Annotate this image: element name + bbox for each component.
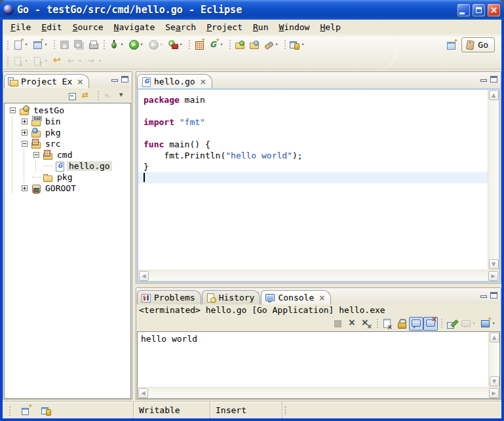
menu-search[interactable]: Search — [160, 21, 201, 33]
code-line[interactable] — [144, 128, 488, 139]
minimize-button[interactable] — [457, 3, 471, 17]
maximize-view-button[interactable] — [490, 292, 497, 299]
code-line[interactable]: import "fmt" — [144, 117, 488, 128]
remove-all-launches-button[interactable] — [359, 317, 374, 331]
open-type-button[interactable] — [233, 37, 247, 51]
debug-button[interactable]: ▾ — [107, 37, 126, 51]
open-perspective-button[interactable] — [444, 38, 459, 52]
tree-item-bin[interactable]: bin — [5, 116, 130, 127]
close-icon[interactable]: × — [200, 78, 206, 86]
pin-console-button[interactable] — [444, 317, 459, 331]
scroll-left-button[interactable]: ◀ — [138, 388, 148, 398]
minimized-view-button[interactable] — [39, 403, 54, 417]
scroll-up-button[interactable]: ▲ — [489, 90, 499, 100]
menu-run[interactable]: Run — [248, 21, 273, 33]
new-package-button[interactable] — [192, 37, 206, 51]
last-edit-location-button[interactable] — [50, 54, 65, 67]
open-resource-button[interactable] — [247, 37, 262, 51]
go-perspective-button[interactable]: Go — [461, 37, 495, 52]
console-output[interactable]: hello world — [138, 332, 488, 387]
maximize-view-button[interactable] — [490, 76, 497, 82]
dropdown-arrow-icon[interactable]: ▾ — [119, 42, 125, 47]
new-wizard-button[interactable]: ▾ — [31, 37, 50, 51]
code-line[interactable] — [138, 172, 488, 183]
external-tools-button[interactable]: ▾ — [166, 37, 185, 51]
code-line[interactable]: fmt.Println("hello world"); — [144, 150, 488, 161]
terminal-view-button[interactable]: ▾ — [288, 37, 307, 51]
show-stderr-button[interactable] — [423, 317, 438, 331]
expander-icon[interactable] — [33, 152, 39, 158]
expander-icon[interactable] — [22, 119, 28, 124]
remove-launch-button[interactable] — [345, 317, 359, 331]
console-horizontal-scrollbar[interactable]: ◀ ▶ — [138, 387, 499, 398]
code-line[interactable] — [144, 105, 488, 117]
scroll-down-button[interactable]: ▼ — [490, 376, 499, 386]
scroll-right-button[interactable]: ▶ — [488, 271, 498, 281]
tree-item-testgo[interactable]: testGo — [5, 105, 130, 116]
scroll-up-button[interactable]: ▲ — [490, 333, 499, 342]
editor-horizontal-scrollbar[interactable]: ◀ ▶ — [138, 270, 499, 281]
scroll-left-button[interactable]: ◀ — [139, 271, 149, 281]
show-stdout-button[interactable] — [409, 317, 423, 331]
menu-project[interactable]: Project — [201, 21, 248, 33]
run-button[interactable]: ▾ — [126, 37, 146, 51]
open-console-button[interactable]: ▾ — [478, 317, 498, 331]
menu-help[interactable]: Help — [315, 21, 345, 33]
expander-icon[interactable] — [10, 107, 16, 113]
code-line[interactable]: func main() { — [144, 139, 488, 150]
expander-icon[interactable] — [22, 185, 28, 191]
close-icon[interactable]: × — [77, 78, 83, 86]
menu-navigate[interactable]: Navigate — [109, 21, 161, 33]
scroll-lock-button[interactable] — [395, 317, 409, 331]
code-line[interactable]: } — [144, 161, 488, 172]
code-line[interactable]: package main — [144, 94, 488, 105]
clear-console-button[interactable] — [380, 317, 395, 331]
expander-icon[interactable] — [22, 130, 28, 136]
dropdown-arrow-icon[interactable]: ▾ — [300, 42, 305, 47]
dropdown-arrow-icon[interactable]: ▾ — [139, 42, 144, 47]
link-with-editor-icon — [82, 90, 92, 101]
minimize-view-button[interactable] — [480, 79, 487, 82]
maximize-view-button[interactable] — [121, 76, 128, 82]
scroll-right-button[interactable]: ▶ — [489, 388, 499, 398]
tab-history[interactable]: History — [202, 290, 261, 304]
minimize-view-button[interactable] — [480, 295, 487, 298]
terminal-view-icon — [41, 405, 52, 416]
new-go-element-button[interactable]: ▾ — [206, 37, 226, 51]
editor-vertical-scrollbar[interactable]: ▲ ▼ — [488, 90, 499, 270]
dropdown-arrow-icon[interactable]: ▾ — [274, 42, 279, 47]
print-button[interactable] — [86, 37, 100, 51]
expander-icon[interactable] — [22, 141, 28, 147]
tab-problems[interactable]: Problems — [137, 290, 201, 304]
title-bar[interactable]: Go - testGo/src/cmd/hello.go - Eclipse × — [0, 0, 504, 20]
new-file-button[interactable]: ▾ — [11, 37, 31, 51]
tree-item-hello-go[interactable]: hello.go — [5, 160, 130, 172]
view-menu-button[interactable] — [115, 89, 130, 103]
collapse-all-button[interactable] — [66, 89, 80, 103]
tree-item-pkg[interactable]: pkg — [5, 127, 130, 138]
dropdown-arrow-icon[interactable]: ▾ — [178, 42, 184, 47]
menu-window[interactable]: Window — [273, 21, 315, 33]
search-button[interactable]: ▾ — [262, 37, 281, 51]
scroll-down-button[interactable]: ▼ — [489, 259, 499, 269]
minimize-view-button[interactable] — [111, 79, 118, 82]
link-with-editor-button[interactable] — [80, 89, 94, 103]
console-frame: hello world ▲ ▼ ◀ ▶ — [137, 331, 500, 399]
tab-project-explorer[interactable]: Project Ex × — [4, 74, 89, 88]
menu-edit[interactable]: Edit — [36, 21, 67, 33]
maximize-button[interactable] — [472, 3, 486, 17]
tree-item-pkg[interactable]: pkg — [5, 172, 130, 183]
tree-item-goroot[interactable]: GOROOT — [5, 183, 130, 194]
code-editor[interactable]: package mainimport "fmt"func main() { fm… — [138, 90, 488, 270]
console-vertical-scrollbar[interactable]: ▲ ▼ — [488, 332, 499, 387]
tab-console[interactable]: Console× — [261, 290, 331, 304]
menu-source[interactable]: Source — [68, 21, 109, 33]
tree-item-cmd[interactable]: cmd — [5, 149, 130, 160]
tree-expander-cell — [7, 105, 18, 116]
tab-hello-go[interactable]: hello.go × — [137, 74, 212, 88]
tree-item-src[interactable]: src — [5, 138, 130, 149]
close-icon[interactable]: × — [319, 294, 325, 302]
menu-file[interactable]: File — [5, 21, 36, 33]
fast-view-button[interactable] — [19, 403, 33, 417]
close-button[interactable]: × — [487, 3, 501, 17]
